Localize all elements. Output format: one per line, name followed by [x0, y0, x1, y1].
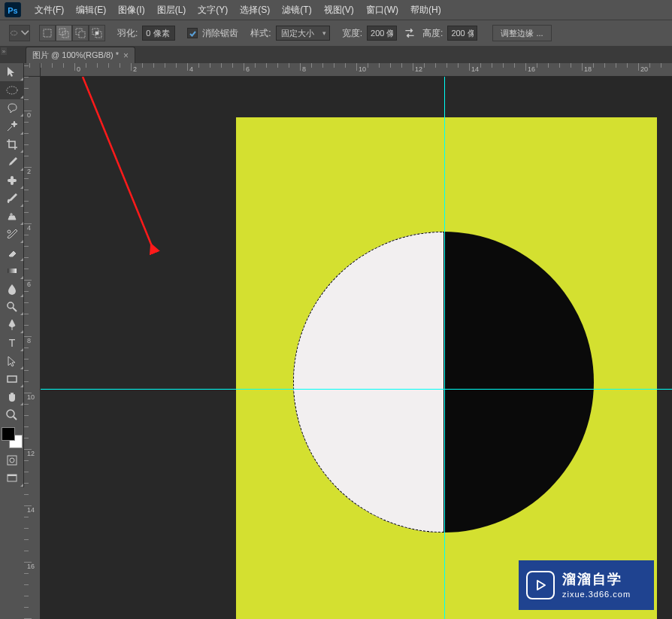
svg-rect-13 [11, 176, 14, 185]
menu-layer[interactable]: 图层(L) [151, 4, 192, 17]
selection-new-button[interactable] [39, 25, 56, 41]
lasso-tool[interactable] [0, 99, 24, 117]
screen-mode[interactable] [0, 469, 24, 487]
watermark-logo-icon [526, 571, 555, 599]
svg-point-11 [7, 86, 17, 94]
color-swatches[interactable] [2, 427, 23, 448]
antialias-label: 消除锯齿 [202, 27, 238, 40]
svg-point-14 [8, 230, 11, 233]
blur-tool[interactable] [0, 280, 24, 298]
menu-edit[interactable]: 编辑(E) [70, 4, 112, 17]
menu-filter[interactable]: 滤镜(T) [276, 4, 317, 17]
document-tab-title: 图片 @ 100%(RGB/8) * [32, 50, 119, 61]
swap-dimensions-icon[interactable] [403, 26, 416, 40]
move-tool[interactable] [0, 63, 24, 81]
brush-tool[interactable] [0, 190, 24, 208]
svg-point-2 [11, 31, 17, 35]
type-tool[interactable]: T [0, 334, 24, 352]
foreground-color-swatch[interactable] [2, 427, 15, 441]
svg-rect-23 [8, 475, 17, 476]
path-selection-tool[interactable] [0, 352, 24, 370]
watermark: 溜溜自学 zixue.3d66.com [519, 560, 654, 610]
dodge-tool[interactable] [0, 298, 24, 316]
svg-point-16 [8, 302, 14, 308]
svg-point-21 [10, 458, 14, 463]
rectangle-tool[interactable] [0, 370, 24, 388]
canvas-area: 202468101214161820 2024681012141618 溜溜自学… [24, 63, 672, 619]
document-tab[interactable]: 图片 @ 100%(RGB/8) * × [26, 47, 135, 63]
hand-tool[interactable] [0, 388, 24, 406]
width-input[interactable] [367, 26, 397, 41]
height-label: 高度: [422, 27, 443, 40]
clone-stamp-tool[interactable] [0, 208, 24, 226]
magic-wand-tool[interactable] [0, 117, 24, 135]
tools-panel: T [0, 63, 24, 487]
horizontal-ruler[interactable]: 202468101214161820 [41, 63, 672, 77]
width-label: 宽度: [342, 27, 362, 40]
svg-rect-10 [95, 32, 98, 35]
crop-tool[interactable] [0, 135, 24, 153]
svg-rect-15 [8, 269, 17, 273]
pen-tool[interactable] [0, 316, 24, 334]
svg-point-19 [7, 410, 14, 417]
height-input[interactable] [447, 26, 477, 41]
tool-preset-dropdown[interactable] [9, 25, 30, 41]
svg-rect-18 [8, 376, 17, 382]
selection-add-button[interactable] [56, 25, 72, 41]
horizontal-guide[interactable] [41, 389, 672, 390]
menu-file[interactable]: 文件(F) [29, 4, 70, 17]
menu-help[interactable]: 帮助(H) [404, 4, 447, 17]
style-select[interactable]: 固定大小 [276, 26, 330, 41]
antialias-checkbox[interactable] [187, 28, 198, 38]
selection-subtract-button[interactable] [72, 25, 89, 41]
feather-input[interactable] [142, 26, 175, 41]
elliptical-marquee-tool[interactable] [0, 81, 24, 99]
eyedropper-tool[interactable] [0, 153, 24, 171]
collapse-handle-icon[interactable]: » [0, 47, 8, 56]
canvas-viewport[interactable]: 溜溜自学 zixue.3d66.com [41, 77, 672, 619]
menu-type[interactable]: 文字(Y) [192, 4, 234, 17]
svg-text:Ps: Ps [8, 6, 17, 15]
selection-intersect-button[interactable] [89, 25, 105, 41]
white-half-circle-shape [293, 232, 594, 533]
svg-rect-7 [79, 32, 85, 38]
menu-select[interactable]: 选择(S) [234, 4, 276, 17]
style-label: 样式: [250, 27, 271, 40]
svg-text:T: T [9, 337, 16, 349]
svg-rect-3 [44, 29, 51, 37]
document-tab-bar: 图片 @ 100%(RGB/8) * × [0, 47, 672, 63]
eraser-tool[interactable] [0, 244, 24, 262]
vertical-ruler[interactable]: 2024681012141618 [24, 77, 41, 619]
quick-mask-mode[interactable] [0, 451, 24, 469]
svg-rect-20 [8, 456, 17, 465]
healing-brush-tool[interactable] [0, 171, 24, 190]
menu-view[interactable]: 视图(V) [318, 4, 360, 17]
menu-image[interactable]: 图像(I) [112, 4, 150, 17]
gradient-tool[interactable] [0, 262, 24, 280]
watermark-title: 溜溜自学 [562, 571, 631, 588]
svg-line-24 [83, 77, 153, 250]
history-brush-tool[interactable] [0, 226, 24, 244]
zoom-tool[interactable] [0, 406, 24, 424]
options-bar: 羽化: 消除锯齿 样式: 固定大小 宽度: 高度: 调整边缘 ... [0, 20, 672, 47]
selection-mode-group [39, 25, 105, 41]
menu-window[interactable]: 窗口(W) [360, 4, 404, 17]
watermark-url: zixue.3d66.com [562, 589, 631, 599]
vertical-guide[interactable] [444, 77, 445, 619]
refine-edge-button[interactable]: 调整边缘 ... [492, 25, 551, 41]
menu-bar: Ps 文件(F) 编辑(E) 图像(I) 图层(L) 文字(Y) 选择(S) 滤… [0, 0, 672, 20]
ps-logo: Ps [3, 2, 23, 17]
feather-label: 羽化: [117, 27, 138, 40]
close-tab-icon[interactable]: × [123, 50, 129, 61]
